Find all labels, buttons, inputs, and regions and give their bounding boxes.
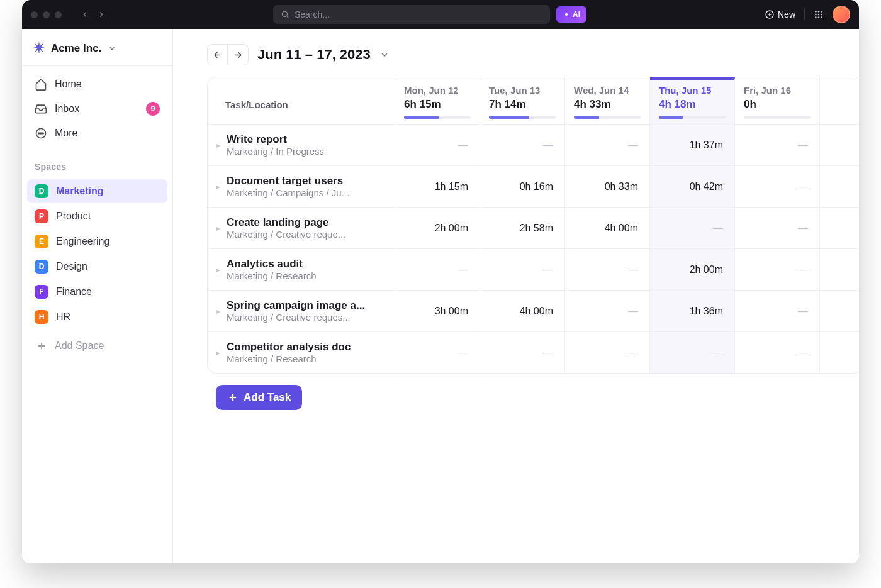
time-cell[interactable]: 4h 00m [480, 291, 565, 331]
space-badge-icon: P [35, 209, 48, 223]
day-header[interactable]: Thu, Jun 15 4h 18m [650, 77, 735, 124]
time-cell[interactable]: — [565, 291, 650, 331]
sidebar-item-more[interactable]: More [27, 121, 167, 145]
expand-caret-icon[interactable]: ▸ [214, 307, 223, 316]
time-cell[interactable]: — [735, 166, 820, 207]
table-row: ▸ Spring campaign image a... Marketing /… [208, 291, 859, 332]
time-cell[interactable]: — [565, 125, 650, 165]
time-cell[interactable]: — [650, 208, 735, 248]
sidebar-item-home[interactable]: Home [27, 72, 167, 96]
window-controls [31, 11, 62, 18]
task-cell[interactable]: ▸ Document target users Marketing / Camp… [208, 166, 395, 207]
svg-point-16 [38, 133, 40, 134]
more-icon [35, 127, 47, 140]
next-week-button[interactable] [228, 45, 248, 65]
apps-grid-icon[interactable] [814, 9, 824, 19]
time-cell[interactable]: 2h 58m [480, 208, 565, 248]
time-cell[interactable]: 3h 00m [395, 291, 480, 331]
sidebar-space-finance[interactable]: FFinance [27, 280, 167, 304]
time-cell[interactable]: 0h 42m [650, 166, 735, 207]
time-cell[interactable]: 1h 15m [395, 166, 480, 207]
time-cell[interactable]: — [395, 249, 480, 290]
close-dot-icon[interactable] [31, 11, 38, 18]
space-badge-icon: D [35, 184, 48, 198]
day-header[interactable]: Mon, Jun 12 6h 15m [395, 77, 480, 124]
sidebar-space-engineering[interactable]: EEngineering [27, 230, 167, 253]
time-cell[interactable]: 1h 36m [650, 291, 735, 331]
spaces-section-label: Spaces [22, 152, 172, 178]
space-label: Design [56, 261, 87, 272]
svg-point-2 [565, 13, 568, 16]
time-cell[interactable]: — [735, 332, 820, 373]
workspace-name: Acme Inc. [51, 42, 101, 55]
svg-point-14 [821, 16, 822, 18]
plus-circle-icon [765, 9, 775, 19]
maximize-dot-icon[interactable] [55, 11, 62, 18]
svg-point-17 [40, 133, 42, 134]
task-cell[interactable]: ▸ Competitor analysis doc Marketing / Re… [208, 332, 395, 373]
task-cell[interactable]: ▸ Spring campaign image a... Marketing /… [208, 291, 395, 331]
sidebar-item-inbox[interactable]: Inbox 9 [27, 96, 167, 121]
time-cell[interactable]: — [480, 125, 565, 165]
expand-caret-icon[interactable]: ▸ [214, 348, 223, 357]
task-cell[interactable]: ▸ Write report Marketing / In Progress [208, 125, 395, 165]
time-cell[interactable]: — [565, 249, 650, 290]
time-cell[interactable]: — [735, 125, 820, 165]
sidebar-space-hr[interactable]: HHR [27, 305, 167, 329]
space-label: Engineering [56, 236, 109, 247]
new-button[interactable]: New [765, 9, 795, 19]
time-cell[interactable]: — [735, 291, 820, 331]
sidebar-item-label: More [55, 128, 77, 139]
time-cell[interactable]: — [650, 332, 735, 373]
sidebar: ✴ Acme Inc. Home Inbox 9 More [22, 29, 173, 563]
expand-caret-icon[interactable]: ▸ [214, 141, 223, 150]
expand-caret-icon[interactable]: ▸ [214, 182, 223, 191]
time-cell[interactable]: — [735, 249, 820, 290]
table-row: ▸ Competitor analysis doc Marketing / Re… [208, 332, 859, 373]
sidebar-space-design[interactable]: DDesign [27, 255, 167, 279]
day-header[interactable]: Tue, Jun 13 7h 14m [480, 77, 565, 124]
svg-point-6 [815, 11, 817, 13]
day-label: Mon, Jun 12 [404, 85, 471, 96]
expand-caret-icon[interactable]: ▸ [214, 265, 223, 274]
time-cell[interactable]: 2h 00m [395, 208, 480, 248]
prev-week-button[interactable] [208, 45, 228, 65]
add-space-button[interactable]: Add Space [27, 334, 167, 358]
space-badge-icon: D [35, 260, 48, 274]
ai-button[interactable]: AI [556, 6, 586, 23]
task-cell[interactable]: ▸ Create landing page Marketing / Creati… [208, 208, 395, 248]
time-cell[interactable]: — [480, 332, 565, 373]
task-cell[interactable]: ▸ Analytics audit Marketing / Research [208, 249, 395, 290]
task-name: Write report [227, 133, 324, 146]
time-cell[interactable]: — [565, 332, 650, 373]
add-task-button[interactable]: Add Task [216, 385, 302, 410]
expand-caret-icon[interactable]: ▸ [214, 224, 223, 233]
time-cell[interactable]: 0h 33m [565, 166, 650, 207]
day-header[interactable]: Wed, Jun 14 4h 33m [565, 77, 650, 124]
time-cell[interactable]: 1h 37m [650, 125, 735, 165]
time-cell[interactable]: 4h 00m [565, 208, 650, 248]
time-cell[interactable]: — [480, 249, 565, 290]
search-input[interactable]: Search... [273, 5, 550, 24]
workspace-switcher[interactable]: ✴ Acme Inc. [22, 29, 172, 66]
time-cell[interactable]: 0h 16m [480, 166, 565, 207]
plus-icon [36, 340, 47, 352]
time-cell[interactable]: — [395, 332, 480, 373]
task-path: Marketing / Research [227, 353, 351, 364]
sidebar-space-marketing[interactable]: DMarketing [27, 179, 167, 203]
avatar[interactable] [833, 6, 850, 23]
nav-forward-button[interactable] [93, 6, 109, 23]
space-label: Product [56, 211, 91, 222]
day-header[interactable]: Fri, Jun 16 0h [735, 77, 820, 124]
minimize-dot-icon[interactable] [43, 11, 50, 18]
space-badge-icon: H [35, 310, 48, 324]
sidebar-space-product[interactable]: PProduct [27, 204, 167, 228]
time-cell[interactable]: 2h 00m [650, 249, 735, 290]
time-cell[interactable]: — [395, 125, 480, 165]
date-range-dropdown[interactable] [379, 50, 390, 60]
time-cell[interactable]: — [735, 208, 820, 248]
svg-point-13 [818, 16, 820, 18]
sidebar-item-label: Inbox [55, 103, 79, 114]
nav-back-button[interactable] [77, 6, 93, 23]
spaces-list: DMarketingPProductEEngineeringDDesignFFi… [22, 178, 172, 330]
